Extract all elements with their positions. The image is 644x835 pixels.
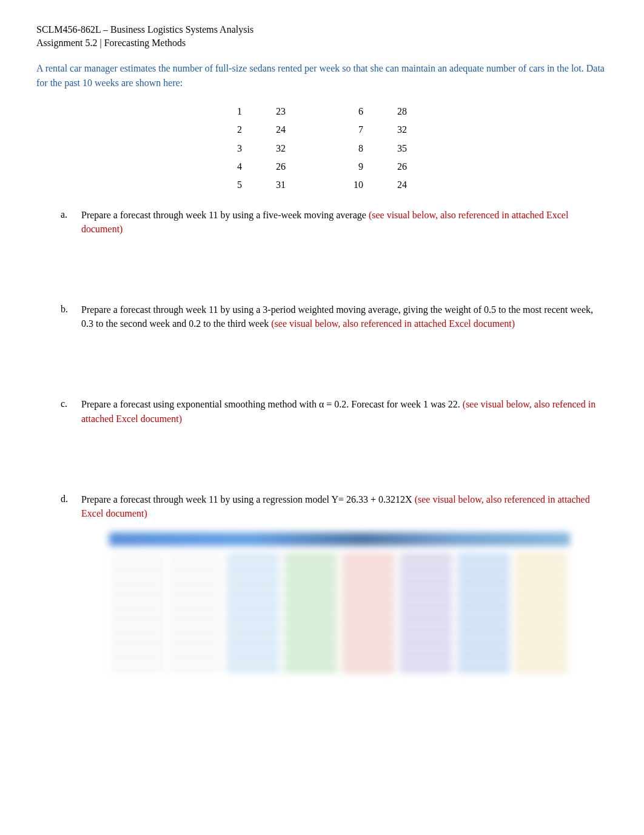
blur-cell — [227, 638, 280, 649]
blur-cell — [342, 626, 395, 637]
question-text: Prepare a forecast using exponential smo… — [81, 399, 463, 409]
blur-cell — [400, 626, 452, 637]
question-body: Prepare a forecast through week 11 by us… — [81, 303, 608, 330]
question-body: Prepare a forecast through week 11 by us… — [81, 208, 608, 236]
blur-cell — [284, 565, 337, 576]
course-code: SCLM456-862L – Business Logistics System… — [36, 23, 608, 36]
blur-cell — [515, 602, 568, 612]
table-cell: 4 — [220, 158, 259, 176]
table-cell: 6 — [337, 102, 380, 121]
blur-cell — [400, 577, 452, 588]
blur-cell — [284, 650, 337, 661]
blur-cell — [457, 553, 510, 564]
blur-cell — [457, 565, 510, 576]
blur-cell — [400, 662, 452, 673]
question-letter: d. — [61, 492, 81, 520]
blur-cell — [342, 650, 395, 661]
blur-cell — [342, 614, 395, 625]
question-text: Prepare a forecast through week 11 by us… — [81, 494, 415, 505]
blur-col — [167, 546, 224, 685]
blur-cell — [169, 626, 222, 637]
question-body: Prepare a forecast using exponential smo… — [81, 397, 608, 425]
question-letter: a. — [61, 208, 81, 236]
table-cell: 32 — [259, 139, 303, 158]
blur-cell — [457, 589, 510, 600]
table-cell — [303, 158, 337, 176]
table-row: 426926 — [220, 158, 424, 176]
question-body: Prepare a forecast through week 11 by us… — [81, 492, 608, 520]
questions-list: a. Prepare a forecast through week 11 by… — [36, 208, 608, 521]
blur-cell — [342, 589, 395, 600]
table-cell: 1 — [220, 102, 259, 121]
blur-cell — [284, 638, 337, 649]
blur-col — [109, 546, 167, 685]
blur-col — [455, 546, 512, 685]
data-table: 1236282247323328354269265311024 — [220, 102, 424, 195]
question-c: c. Prepare a forecast using exponential … — [36, 397, 608, 425]
question-b: b. Prepare a forecast through week 11 by… — [36, 303, 608, 330]
table-cell — [303, 139, 337, 158]
blur-cell — [457, 650, 510, 661]
intro-paragraph: A rental car manager estimates the numbe… — [36, 61, 608, 90]
blur-cell — [284, 577, 337, 588]
blur-cell — [169, 662, 222, 673]
blur-col — [512, 546, 570, 685]
blur-cell — [342, 602, 395, 612]
blur-cell — [515, 614, 568, 625]
blur-cell — [284, 553, 337, 564]
table-cell: 24 — [380, 176, 424, 194]
blur-cell — [169, 650, 222, 661]
blur-cell — [112, 638, 164, 649]
question-letter: b. — [61, 303, 81, 330]
blur-cell — [227, 614, 280, 625]
blur-col — [340, 546, 397, 685]
blur-cell — [515, 577, 568, 588]
blur-cell — [342, 577, 395, 588]
blur-cell — [169, 638, 222, 649]
table-cell: 23 — [259, 102, 303, 121]
blur-cell — [400, 638, 452, 649]
blur-cell — [227, 577, 280, 588]
blur-cell — [515, 650, 568, 661]
blur-cell — [400, 589, 452, 600]
table-row: 224732 — [220, 121, 424, 139]
blur-cell — [515, 626, 568, 637]
blur-cell — [400, 650, 452, 661]
table-cell: 35 — [380, 139, 424, 158]
blur-cell — [515, 589, 568, 600]
table-row: 123628 — [220, 102, 424, 121]
table-cell: 2 — [220, 121, 259, 139]
blur-cell — [112, 650, 164, 661]
blur-cell — [169, 614, 222, 625]
blurred-table-image — [109, 532, 570, 690]
blur-cell — [457, 626, 510, 637]
blur-cell — [169, 577, 222, 588]
assignment-title: Assignment 5.2 | Forecasting Methods — [36, 36, 608, 50]
blurred-body — [109, 546, 570, 685]
blur-col — [282, 546, 340, 685]
table-cell: 32 — [380, 121, 424, 139]
question-letter: c. — [61, 397, 81, 425]
table-cell: 10 — [337, 176, 380, 194]
blur-cell — [284, 662, 337, 673]
blur-cell — [284, 589, 337, 600]
table-cell: 9 — [337, 158, 380, 176]
table-cell — [303, 102, 337, 121]
blur-cell — [112, 553, 164, 564]
blur-cell — [227, 553, 280, 564]
blur-col — [224, 546, 282, 685]
blur-cell — [400, 565, 452, 576]
blur-cell — [169, 553, 222, 564]
question-d: d. Prepare a forecast through week 11 by… — [36, 492, 608, 520]
table-cell — [303, 121, 337, 139]
blur-cell — [457, 577, 510, 588]
blur-cell — [400, 553, 452, 564]
blur-cell — [169, 565, 222, 576]
blur-cell — [457, 614, 510, 625]
blur-cell — [342, 565, 395, 576]
blur-cell — [227, 589, 280, 600]
blur-cell — [400, 614, 452, 625]
blur-cell — [112, 577, 164, 588]
blur-cell — [169, 602, 222, 612]
blur-cell — [515, 638, 568, 649]
